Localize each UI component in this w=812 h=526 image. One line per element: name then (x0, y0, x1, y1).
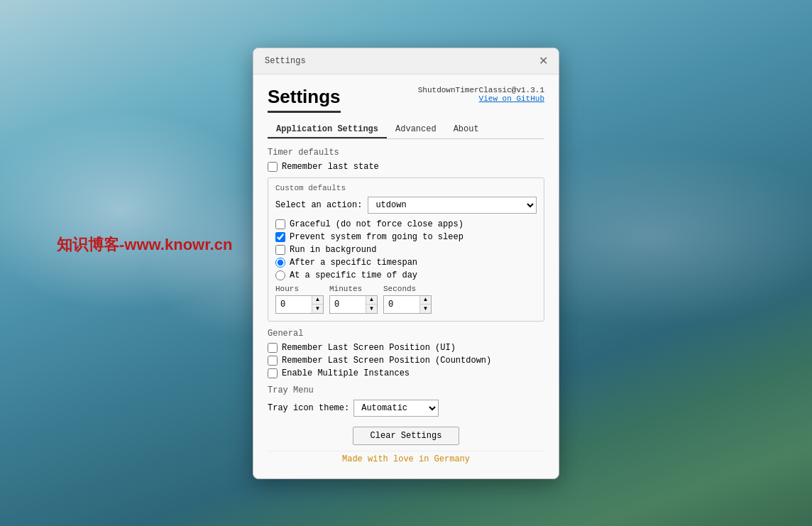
hours-input-wrap: ▲ ▼ (275, 295, 324, 314)
remember-last-state-label: Remember last state (282, 162, 379, 172)
settings-dialog: Settings ✕ Settings ShutdownTimerClassic… (253, 48, 559, 479)
hours-up-button[interactable]: ▲ (312, 296, 323, 305)
action-select[interactable]: utdown Shutdown Restart Logoff (368, 197, 537, 214)
minutes-input-wrap: ▲ ▼ (329, 295, 378, 314)
seconds-label: Seconds (383, 285, 432, 293)
version-info: ShutdownTimerClassic@v1.3.1 View on GitH… (418, 86, 544, 103)
footer: Made with love in Germany (268, 451, 544, 464)
run-background-row: Run in background (275, 245, 537, 255)
hours-input[interactable] (276, 297, 312, 312)
hours-down-button[interactable]: ▼ (312, 305, 323, 313)
title-bar-text: Settings (265, 56, 306, 66)
hours-spinner: ▲ ▼ (312, 296, 323, 313)
tab-advanced[interactable]: Advanced (387, 121, 445, 138)
prevent-sleep-label: Prevent system from going to sleep (290, 232, 463, 242)
general-section: General Remember Last Screen Position (U… (268, 329, 544, 378)
remember-countdown-pos-label: Remember Last Screen Position (Countdown… (282, 356, 491, 366)
action-select-row: Select an action: utdown Shutdown Restar… (275, 197, 537, 214)
general-label: General (268, 329, 544, 339)
graceful-row: Graceful (do not force close apps) (275, 219, 537, 229)
prevent-sleep-checkbox[interactable] (275, 232, 285, 242)
remember-ui-pos-row: Remember Last Screen Position (UI) (268, 343, 544, 353)
settings-header: Settings ShutdownTimerClassic@v1.3.1 Vie… (268, 86, 544, 113)
custom-defaults-legend: Custom defaults (275, 184, 537, 192)
minutes-spinner: ▲ ▼ (366, 296, 377, 313)
tab-about[interactable]: About (445, 121, 488, 138)
graceful-label: Graceful (do not force close apps) (290, 219, 463, 229)
after-timespan-radio[interactable] (275, 258, 285, 268)
hours-group: Hours ▲ ▼ (275, 285, 324, 314)
seconds-spinner: ▲ ▼ (419, 296, 431, 313)
tray-section: Tray Menu Tray icon theme: Automatic Lig… (268, 385, 544, 417)
enable-multiple-label: Enable Multiple Instances (282, 368, 410, 378)
minutes-up-button[interactable]: ▲ (366, 296, 377, 305)
remember-countdown-pos-row: Remember Last Screen Position (Countdown… (268, 356, 544, 366)
tray-label: Tray Menu (268, 385, 544, 395)
remember-last-state-checkbox[interactable] (268, 162, 278, 172)
seconds-input[interactable] (384, 297, 419, 312)
run-background-label: Run in background (290, 245, 376, 255)
tray-icon-label: Tray icon theme: (268, 403, 349, 413)
tray-icon-select[interactable]: Automatic Light Dark (353, 400, 439, 417)
remember-ui-pos-checkbox[interactable] (268, 343, 278, 353)
seconds-up-button[interactable]: ▲ (419, 296, 431, 305)
hours-label: Hours (275, 285, 324, 293)
enable-multiple-row: Enable Multiple Instances (268, 368, 544, 378)
minutes-group: Minutes ▲ ▼ (329, 285, 378, 314)
seconds-down-button[interactable]: ▼ (419, 305, 431, 313)
after-timespan-row: After a specific timespan (275, 258, 537, 268)
title-bar: Settings ✕ (253, 48, 559, 75)
at-time-row: At a specific time of day (275, 270, 537, 280)
dialog-body: Settings ShutdownTimerClassic@v1.3.1 Vie… (253, 75, 559, 478)
clear-btn-row: Clear Settings (268, 427, 544, 445)
remember-countdown-pos-checkbox[interactable] (268, 356, 278, 366)
at-time-label: At a specific time of day (290, 270, 417, 280)
remember-ui-pos-label: Remember Last Screen Position (UI) (282, 343, 456, 353)
seconds-group: Seconds ▲ ▼ (383, 285, 432, 314)
prevent-sleep-row: Prevent system from going to sleep (275, 232, 537, 242)
select-action-label: Select an action: (275, 200, 362, 210)
minutes-down-button[interactable]: ▼ (366, 305, 377, 313)
remember-last-state-row: Remember last state (268, 162, 544, 172)
tab-application-settings[interactable]: Application Settings (268, 121, 387, 138)
minutes-input[interactable] (330, 297, 366, 312)
minutes-label: Minutes (329, 285, 378, 293)
tray-icon-row: Tray icon theme: Automatic Light Dark (268, 400, 544, 417)
github-link[interactable]: View on GitHub (479, 94, 544, 103)
watermark: 知识博客-www.knowr.cn (57, 234, 232, 256)
graceful-checkbox[interactable] (275, 219, 285, 229)
close-button[interactable]: ✕ (536, 54, 550, 68)
custom-defaults-group: Custom defaults Select an action: utdown… (268, 177, 544, 322)
tabs: Application Settings Advanced About (268, 121, 544, 139)
dialog-wrapper: Settings ✕ Settings ShutdownTimerClassic… (253, 48, 559, 479)
time-inputs: Hours ▲ ▼ Minutes (275, 285, 537, 314)
version-text: ShutdownTimerClassic@v1.3.1 (418, 86, 544, 94)
timer-defaults-label: Timer defaults (268, 148, 544, 158)
clear-settings-button[interactable]: Clear Settings (353, 427, 460, 445)
after-timespan-label: After a specific timespan (290, 258, 417, 268)
seconds-input-wrap: ▲ ▼ (383, 295, 432, 314)
settings-title: Settings (268, 86, 341, 113)
at-time-radio[interactable] (275, 270, 285, 280)
enable-multiple-checkbox[interactable] (268, 368, 278, 378)
run-background-checkbox[interactable] (275, 245, 285, 255)
